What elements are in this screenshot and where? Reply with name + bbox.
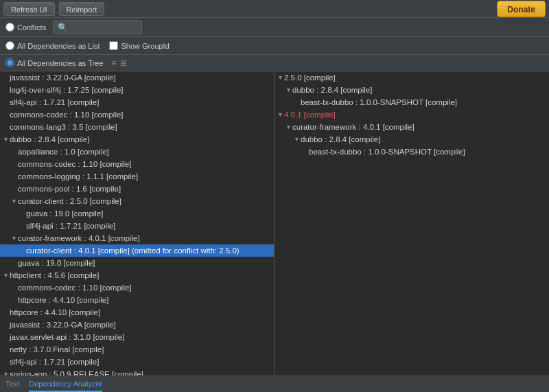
tab-dependency-analyzer[interactable]: Dependency Analyzer [29,377,102,392]
left-tree-item[interactable]: guava : 19.0 [compile] [0,207,274,220]
all-deps-list-radio-group[interactable]: All Dependencies as List [5,41,100,50]
all-deps-list-radio[interactable] [5,41,14,50]
tree-item-label: curator-framework : 4.0.1 [compile] [292,122,546,132]
right-tree-item[interactable]: beast-tx-dubbo : 1.0.0-SNAPSHOT [compile… [274,96,549,108]
left-tree-item[interactable]: aopalliance : 1.0 [compile] [0,146,274,158]
tree-item-label: javassist : 3.22.0-GA [compile] [10,319,271,330]
tree-item-label: commons-codec : 1.10 [compile] [18,159,271,170]
left-tree-item[interactable]: dubbo : 2.8.4 [compile] [0,133,274,146]
show-groupid-checkbox-group[interactable]: Show GroupId [109,41,169,50]
right-panel[interactable]: 2.5.0 [compile]dubbo : 2.8.4 [compile]be… [274,71,549,376]
tree-item-label: commons-logging : 1.1.1 [compile] [18,171,271,182]
left-tree-item[interactable]: commons-codec : 1.10 [compile] [0,108,274,121]
left-tree-item[interactable]: commons-lang3 : 3.5 [compile] [0,121,274,133]
tree-item-label: commons-lang3 : 3.5 [compile] [10,122,271,132]
left-tree-item[interactable]: commons-pool : 1.6 [compile] [0,183,274,195]
tree-item-label: curator-client : 4.0.1 [compile] (omitte… [26,245,271,256]
tree-item-label: log4j-over-slf4j : 1.7.25 [compile] [10,84,271,95]
left-tree-item[interactable]: javassist : 3.22.0-GA [compile] [0,319,274,331]
tree-item-label: curator-client : 2.5.0 [compile] [18,196,271,207]
expand-arrow-icon [3,134,10,145]
main-content: javassist : 3.22.0-GA [compile]log4j-ove… [0,71,549,376]
left-tree-item[interactable]: guava : 19.0 [compile] [0,257,274,269]
tree-item-label: httpclient : 4.5.6 [compile] [10,270,271,281]
left-tree-item[interactable]: commons-codec : 1.10 [compile] [0,281,274,294]
show-groupid-checkbox[interactable] [109,41,118,50]
tab-text[interactable]: Text [5,377,19,392]
reimport-button[interactable]: Reimport [59,2,105,16]
left-tree-item[interactable]: curator-client : 2.5.0 [compile] [0,195,274,207]
tree-item-label: beast-tx-dubbo : 1.0.0-SNAPSHOT [compile… [301,97,546,108]
conflicts-radio-group[interactable]: Conflicts [5,23,46,32]
tree-item-label: httpcore : 4.4.10 [compile] [10,307,271,318]
left-tree-item[interactable]: javassist : 3.22.0-GA [compile] [0,71,274,84]
tree-item-label: dubbo : 2.8.4 [compile] [10,134,271,145]
right-tree-item[interactable]: dubbo : 2.8.4 [compile] [274,84,549,96]
tree-item-label: dubbo : 2.8.4 [compile] [301,134,546,145]
tab-bar: TextDependency Analyzer [0,376,549,392]
tree-item-label: httpcore : 4.4.10 [compile] [18,295,271,305]
options-bar: All Dependencies as List Show GroupId [0,37,549,55]
expand-arrow-icon [285,84,292,95]
tree-item-label: netty : 3.7.0.Final [compile] [10,344,271,355]
right-tree-item[interactable]: beast-tx-dubbo : 1.0.0-SNAPSHOT [compile… [274,146,549,158]
left-tree-item[interactable]: httpcore : 4.4.10 [compile] [0,294,274,306]
right-tree-item[interactable]: 4.0.1 [compile] [274,108,549,121]
donate-button[interactable]: Donate [497,1,546,17]
tree-item-label: guava : 19.0 [compile] [18,257,271,268]
expand-arrow-icon [11,196,18,207]
left-tree-item[interactable]: httpcore : 4.4.10 [compile] [0,306,274,319]
tree-item-label: javassist : 3.22.0-GA [compile] [10,72,271,83]
tree-item-label: spring-aop : 5.0.9.RELEASE [compile] [10,369,271,376]
all-deps-tree-radio-group[interactable]: All Dependencies as Tree [5,58,103,67]
tree-bar: All Dependencies as Tree ≡ ⊞ [0,55,549,71]
tree-item-label: beast-tx-dubbo : 1.0.0-SNAPSHOT [compile… [309,146,546,157]
search-input[interactable] [68,23,137,32]
left-tree-item[interactable]: netty : 3.7.0.Final [compile] [0,343,274,356]
left-tree-item[interactable]: slf4j-api : 1.7.21 [compile] [0,96,274,108]
tree-item-label: commons-pool : 1.6 [compile] [18,183,271,194]
search-wrapper: 🔍 [53,21,142,34]
tree-item-label: dubbo : 2.8.4 [compile] [292,84,546,95]
expand-arrow-icon [3,369,10,376]
tree-item-label: commons-codec : 1.10 [compile] [10,109,271,120]
show-groupid-label: Show GroupId [121,42,169,50]
tree-item-label: curator-framework : 4.0.1 [compile] [18,233,271,244]
filter-bar: Conflicts 🔍 [0,18,549,37]
left-tree-item[interactable]: curator-client : 4.0.1 [compile] (omitte… [0,244,274,257]
search-icon: 🔍 [58,23,68,32]
tree-item-label: guava : 19.0 [compile] [26,208,271,219]
tree-item-label: slf4j-api : 1.7.21 [compile] [10,356,271,367]
left-tree-item[interactable]: log4j-over-slf4j : 1.7.25 [compile] [0,84,274,96]
all-deps-tree-label: All Dependencies as Tree [17,59,103,67]
sort-icon[interactable]: ≡ [111,58,116,68]
tree-item-label: javax.servlet-api : 3.1.0 [compile] [10,332,271,343]
right-tree-item[interactable]: curator-framework : 4.0.1 [compile] [274,121,549,133]
right-tree-item[interactable]: dubbo : 2.8.4 [compile] [274,133,549,146]
left-tree-item[interactable]: slf4j-api : 1.7.21 [compile] [0,220,274,232]
right-tree-item[interactable]: 2.5.0 [compile] [274,71,549,84]
tree-item-label: slf4j-api : 1.7.21 [compile] [10,97,271,108]
refresh-button[interactable]: Refresh UI [3,2,55,16]
left-tree-item[interactable]: httpclient : 4.5.6 [compile] [0,269,274,281]
left-panel[interactable]: javassist : 3.22.0-GA [compile]log4j-ove… [0,71,274,376]
tree-item-label: commons-codec : 1.10 [compile] [18,282,271,293]
left-tree-item[interactable]: javax.servlet-api : 3.1.0 [compile] [0,331,274,343]
left-tree-item[interactable]: spring-aop : 5.0.9.RELEASE [compile] [0,368,274,376]
tree-item-label: aopalliance : 1.0 [compile] [18,146,271,157]
expand-icon[interactable]: ⊞ [120,58,127,68]
left-tree-item[interactable]: slf4j-api : 1.7.21 [compile] [0,356,274,368]
left-tree-item[interactable]: commons-logging : 1.1.1 [compile] [0,170,274,183]
tree-item-label: 2.5.0 [compile] [284,72,546,83]
left-tree-item[interactable]: curator-framework : 4.0.1 [compile] [0,232,274,244]
expand-arrow-icon [277,109,284,120]
expand-arrow-icon [11,233,18,244]
expand-arrow-icon [285,122,292,132]
all-deps-tree-radio[interactable] [5,58,14,67]
tree-item-label: slf4j-api : 1.7.21 [compile] [26,220,271,231]
all-deps-list-label: All Dependencies as List [17,42,100,50]
conflicts-label: Conflicts [17,23,46,32]
left-tree-item[interactable]: commons-codec : 1.10 [compile] [0,158,274,170]
conflicts-radio[interactable] [5,23,14,32]
expand-arrow-icon [3,270,10,281]
